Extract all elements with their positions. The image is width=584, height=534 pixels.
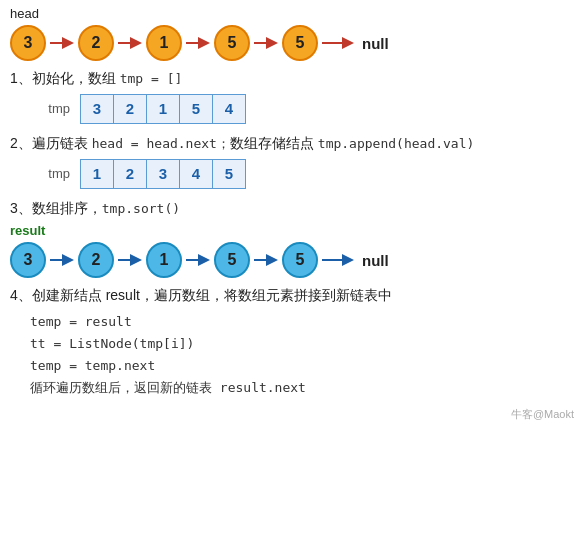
chain1-null: null — [362, 35, 389, 52]
watermark: 牛客@Maokt — [10, 407, 574, 422]
chain1-node-4: 5 — [282, 25, 318, 61]
array2-cell-0: 1 — [80, 159, 114, 189]
code-line-0: temp = result — [30, 311, 574, 333]
array2-cell-1: 2 — [113, 159, 147, 189]
chain1-arrow-3 — [252, 36, 280, 50]
chain2-arrow-3 — [252, 253, 280, 267]
array2-label: tmp — [10, 166, 70, 181]
chain2-null: null — [362, 252, 389, 269]
array1-cell-4: 4 — [212, 94, 246, 124]
chain1-node-2: 1 — [146, 25, 182, 61]
step4-text: 4、创建新结点 result，遍历数组，将数组元素拼接到新链表中 — [10, 284, 574, 306]
chain1-arrow-4 — [320, 36, 356, 50]
chain2-node-2: 1 — [146, 242, 182, 278]
chain2-node-1: 2 — [78, 242, 114, 278]
step4-code: temp = result tt = ListNode(tmp[i]) temp… — [30, 311, 574, 399]
chain2-arrow-0 — [48, 253, 76, 267]
array2-cell-4: 5 — [212, 159, 246, 189]
step3-text: 3、数组排序，tmp.sort() — [10, 197, 574, 220]
chain1-arrow-2 — [184, 36, 212, 50]
chain2-arrow-4 — [320, 253, 356, 267]
chain2-node-0: 3 — [10, 242, 46, 278]
array2-cell-2: 3 — [146, 159, 180, 189]
step2-text: 2、遍历链表 head = head.next；数组存储结点 tmp.appen… — [10, 132, 574, 155]
code-line-1: tt = ListNode(tmp[i]) — [30, 333, 574, 355]
array1-row: tmp 3 2 1 5 4 — [10, 94, 574, 124]
chain1-node-3: 5 — [214, 25, 250, 61]
chain2-node-3: 5 — [214, 242, 250, 278]
array2-cells: 1 2 3 4 5 — [80, 159, 245, 189]
chain2-arrow-1 — [116, 253, 144, 267]
code-line-3: 循环遍历数组后，返回新的链表 result.next — [30, 377, 574, 399]
chain1-node-1: 2 — [78, 25, 114, 61]
array1-cell-1: 2 — [113, 94, 147, 124]
result-label: result — [10, 223, 574, 238]
code-line-2: temp = temp.next — [30, 355, 574, 377]
step1-text: 1、初始化，数组 tmp = [] — [10, 67, 574, 90]
array1-cell-0: 3 — [80, 94, 114, 124]
chain2-row: 3 2 1 5 5 null — [10, 242, 574, 278]
array2-cell-3: 4 — [179, 159, 213, 189]
array2-row: tmp 1 2 3 4 5 — [10, 159, 574, 189]
head-label: head — [10, 6, 574, 21]
array1-cells: 3 2 1 5 4 — [80, 94, 245, 124]
array1-cell-2: 1 — [146, 94, 180, 124]
chain1-row: 3 2 1 5 5 null — [10, 25, 574, 61]
chain2-arrow-2 — [184, 253, 212, 267]
chain2-node-4: 5 — [282, 242, 318, 278]
chain1-arrow-1 — [116, 36, 144, 50]
chain1-node-0: 3 — [10, 25, 46, 61]
array1-label: tmp — [10, 101, 70, 116]
chain1-arrow-0 — [48, 36, 76, 50]
array1-cell-3: 5 — [179, 94, 213, 124]
